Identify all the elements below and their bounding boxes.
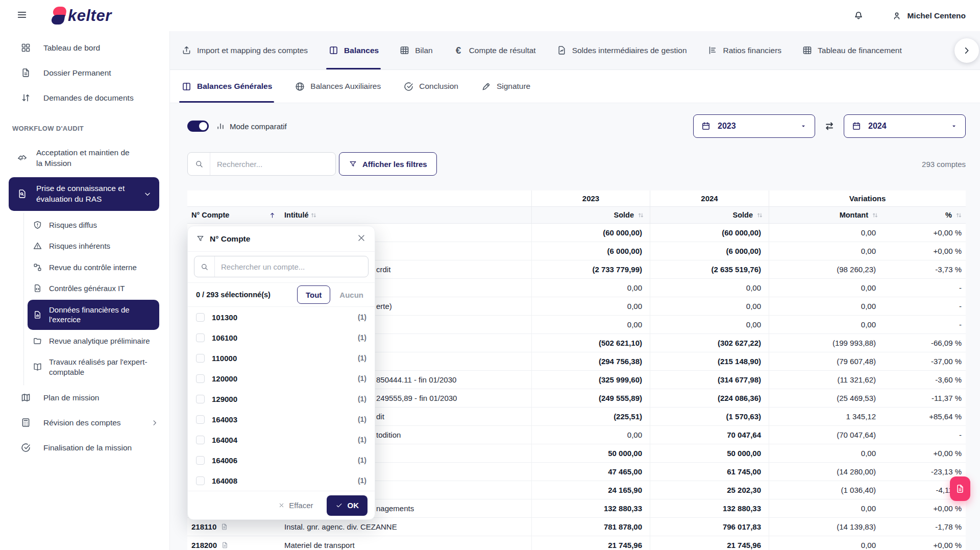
compte-option[interactable]: 106100 (1) (188, 327, 375, 348)
notifications-button[interactable] (853, 9, 864, 22)
column-solde-2024[interactable]: Solde (650, 207, 769, 223)
compte-option[interactable]: 101300 (1) (188, 307, 375, 327)
cell-solde-2023: 24 165,90 (531, 481, 650, 499)
primary-tab[interactable]: Tableau de financement (802, 31, 902, 69)
compte-option[interactable]: 164008 (1) (188, 470, 375, 491)
popup-selection-row: 0 / 293 sélectionné(s) Tout Aucun (188, 282, 375, 307)
sidebar-subitem[interactable]: Contrôles généraux IT (28, 278, 159, 299)
sidebar-subitem[interactable]: Revue analytique préliminaire (28, 331, 159, 351)
option-checkbox[interactable] (196, 415, 205, 424)
option-count: (1) (358, 456, 366, 464)
option-count: (1) (358, 374, 366, 382)
sidebar-sub-list: Risques diffus Risques inhérents Revue d… (23, 213, 169, 386)
swap-years-icon[interactable] (823, 119, 836, 133)
sort-icon[interactable] (871, 211, 879, 219)
compte-option[interactable]: 164003 (1) (188, 409, 375, 429)
sidebar-subitem[interactable]: Revue du contrôle interne (28, 257, 159, 278)
option-checkbox[interactable] (196, 476, 205, 485)
column-solde-2023[interactable]: Solde (531, 207, 650, 223)
sort-icon[interactable] (310, 211, 317, 219)
document-fab[interactable] (950, 476, 970, 501)
document-icon[interactable] (220, 523, 228, 531)
sort-icon[interactable] (756, 211, 764, 219)
sidebar-item[interactable]: Finalisation de la mission (0, 435, 169, 460)
option-checkbox[interactable] (196, 436, 205, 444)
secondary-tab-icon (481, 81, 492, 92)
sidebar-item-label: Demandes de documents (43, 93, 134, 103)
year-select-left[interactable]: 2023 (693, 114, 815, 138)
compte-option[interactable]: 110000 (1) (188, 348, 375, 368)
option-checkbox[interactable] (196, 313, 205, 322)
compte-option[interactable]: 164006 (1) (188, 450, 375, 470)
table-row[interactable]: 218200 Materiel de transport 21 745,96 2… (187, 536, 966, 550)
cell-pct: -11,37 % (883, 389, 966, 407)
sidebar-workflow-item[interactable]: Prise de connaissance et évaluation du R… (9, 177, 159, 211)
sidebar-subitem[interactable]: Données financières de l'exercice (28, 300, 159, 330)
year-select-right[interactable]: 2024 (844, 114, 966, 138)
compare-mode-toggle[interactable] (187, 121, 209, 132)
secondary-tab[interactable]: Conclusion (403, 70, 458, 103)
sidebar-workflow-item[interactable]: Acceptation et maintien de la Mission (9, 141, 159, 175)
primary-tab[interactable]: Import et mapping des comptes (181, 31, 308, 69)
sort-asc-icon[interactable] (268, 211, 276, 219)
clear-filter-button[interactable]: Effacer (275, 500, 316, 510)
sort-icon[interactable] (637, 211, 645, 219)
primary-tab[interactable]: Ratios financiers (707, 31, 782, 69)
cell-montant: 0,00 (769, 499, 883, 517)
option-checkbox[interactable] (196, 333, 205, 342)
menu-button[interactable] (15, 9, 29, 22)
option-checkbox[interactable] (196, 354, 205, 363)
search-input[interactable] (210, 160, 335, 169)
user-menu[interactable]: Michel Centeno (892, 11, 966, 21)
sidebar-item[interactable]: Demandes de documents (0, 85, 169, 110)
primary-tab[interactable]: Soldes intermédiaires de gestion (556, 31, 687, 69)
popup-search-box[interactable] (194, 256, 369, 277)
chevron-icon (143, 189, 152, 199)
option-checkbox[interactable] (196, 456, 205, 465)
tabs-scroll-right-button[interactable] (954, 38, 979, 63)
primary-tab[interactable]: € Compte de résultat (453, 31, 536, 69)
primary-tab[interactable]: Bilan (399, 31, 432, 69)
sidebar-subitem-icon (33, 362, 42, 372)
secondary-tab-label: Balances Générales (197, 82, 272, 91)
table-row[interactable]: 218110 Instal. gnr. agenc. div. CEZANNE … (187, 518, 966, 536)
column-intitule[interactable]: Intitulé (278, 207, 531, 223)
popup-close-button[interactable] (356, 233, 366, 245)
search-box[interactable] (187, 152, 336, 176)
popup-search-input[interactable] (215, 262, 368, 271)
search-icon (194, 159, 204, 169)
sidebar-subitem[interactable]: Risques inhérents (28, 236, 159, 256)
secondary-tab[interactable]: Signature (481, 70, 530, 103)
apply-filter-button[interactable]: OK (327, 495, 368, 516)
cell-solde-2023: (60 000,00) (531, 224, 650, 242)
sidebar-item[interactable]: Plan de mission (0, 385, 169, 410)
sort-icon[interactable] (955, 211, 963, 219)
sidebar-subitem[interactable]: Travaux réalisés par l'expert-comptable (28, 352, 159, 382)
sidebar-item[interactable]: Révision des comptes (0, 410, 169, 435)
compte-option[interactable]: 120000 (1) (188, 368, 375, 389)
option-checkbox[interactable] (196, 395, 205, 403)
select-all-button[interactable]: Tout (297, 285, 330, 304)
secondary-tab[interactable]: Balances Générales (181, 70, 272, 103)
option-checkbox[interactable] (196, 374, 205, 383)
sidebar-item[interactable]: Tableau de bord (0, 35, 169, 60)
cell-pct: -37,00 % (883, 352, 966, 370)
primary-tab-label: Tableau de financement (818, 46, 902, 55)
select-none-button[interactable]: Aucun (336, 291, 366, 299)
cell-solde-2024: 61 745,00 (650, 463, 769, 481)
compte-option[interactable]: 129000 (1) (188, 389, 375, 409)
column-compte[interactable]: N° Compte (187, 207, 278, 223)
document-icon[interactable] (221, 541, 229, 549)
cell-pct: - (883, 297, 966, 315)
show-filters-button[interactable]: Afficher les filtres (339, 152, 437, 176)
sidebar-item-label: Tableau de bord (43, 43, 100, 53)
column-pct[interactable]: % (883, 207, 966, 223)
compte-option[interactable]: 164004 (1) (188, 429, 375, 450)
cell-solde-2024: (6 000,00) (650, 242, 769, 260)
popup-search-area (188, 252, 375, 282)
sidebar-item[interactable]: Dossier Permanent (0, 60, 169, 85)
secondary-tab[interactable]: Balances Auxiliaires (295, 70, 381, 103)
column-montant[interactable]: Montant (769, 207, 883, 223)
sidebar-subitem[interactable]: Risques diffus (28, 215, 159, 235)
primary-tab[interactable]: Balances (328, 31, 379, 69)
